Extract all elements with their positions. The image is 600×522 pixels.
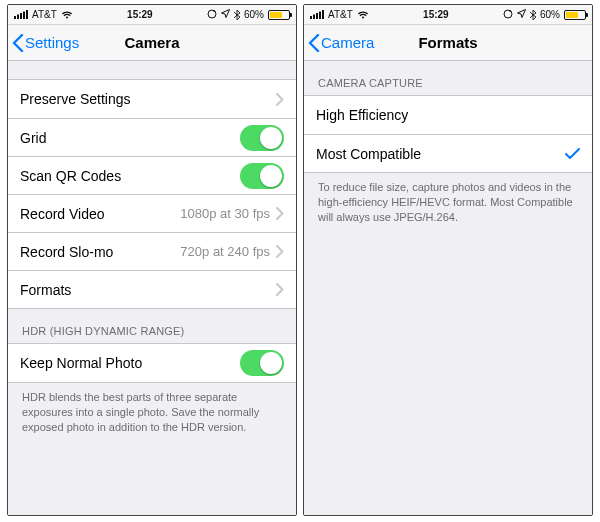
row-label: Record Slo-mo xyxy=(20,244,113,260)
svg-rect-1 xyxy=(17,15,19,20)
settings-list-1: Preserve Settings Grid Scan QR Codes xyxy=(8,79,296,309)
wifi-icon xyxy=(61,10,73,19)
back-label: Settings xyxy=(25,34,79,51)
row-record-video[interactable]: Record Video 1080p at 30 fps xyxy=(8,194,296,232)
camera-capture-header: CAMERA CAPTURE xyxy=(304,61,592,95)
battery-icon xyxy=(268,10,290,20)
chevron-left-icon xyxy=(308,34,320,52)
svg-rect-9 xyxy=(319,12,321,20)
chevron-right-icon xyxy=(276,93,284,106)
nav-bar: Settings Camera xyxy=(8,25,296,61)
qr-toggle[interactable] xyxy=(240,163,284,189)
checkmark-icon xyxy=(565,148,580,160)
clock: 15:29 xyxy=(423,9,449,20)
location-icon xyxy=(517,9,526,20)
row-label: Most Compatible xyxy=(316,146,421,162)
battery-icon xyxy=(564,10,586,20)
keep-normal-toggle[interactable] xyxy=(240,350,284,376)
settings-list-hdr: Keep Normal Photo xyxy=(8,343,296,383)
formats-list: High Efficiency Most Compatible xyxy=(304,95,592,173)
formats-footer: To reduce file size, capture photos and … xyxy=(304,173,592,233)
wifi-icon xyxy=(357,10,369,19)
svg-rect-6 xyxy=(310,16,312,19)
chevron-right-icon xyxy=(276,283,284,296)
back-button[interactable]: Settings xyxy=(12,34,79,52)
svg-rect-2 xyxy=(20,13,22,19)
row-detail: 1080p at 30 fps xyxy=(180,206,270,221)
status-bar: AT&T 15:29 60% xyxy=(304,5,592,25)
row-label: Grid xyxy=(20,130,46,146)
carrier-label: AT&T xyxy=(32,9,57,20)
row-scan-qr: Scan QR Codes xyxy=(8,156,296,194)
row-formats[interactable]: Formats xyxy=(8,270,296,308)
content: Preserve Settings Grid Scan QR Codes xyxy=(8,61,296,515)
row-label: Record Video xyxy=(20,206,105,222)
camera-settings-screen: AT&T 15:29 60% xyxy=(7,4,297,516)
content: CAMERA CAPTURE High Efficiency Most Comp… xyxy=(304,61,592,515)
row-detail: 720p at 240 fps xyxy=(180,244,270,259)
chevron-right-icon xyxy=(276,207,284,220)
row-keep-normal-photo: Keep Normal Photo xyxy=(8,344,296,382)
nav-bar: Camera Formats xyxy=(304,25,592,61)
row-label: Preserve Settings xyxy=(20,91,131,107)
row-preserve-settings[interactable]: Preserve Settings xyxy=(8,80,296,118)
hdr-footer: HDR blends the best parts of three separ… xyxy=(8,383,296,443)
battery-pct: 60% xyxy=(540,9,560,20)
row-label: Keep Normal Photo xyxy=(20,355,142,371)
rotation-lock-icon xyxy=(503,9,513,21)
svg-rect-4 xyxy=(26,10,28,19)
svg-rect-7 xyxy=(313,15,315,20)
row-grid: Grid xyxy=(8,118,296,156)
bluetooth-icon xyxy=(530,10,536,20)
back-button[interactable]: Camera xyxy=(308,34,374,52)
clock: 15:29 xyxy=(127,9,153,20)
row-record-slomo[interactable]: Record Slo-mo 720p at 240 fps xyxy=(8,232,296,270)
svg-rect-8 xyxy=(316,13,318,19)
bluetooth-icon xyxy=(234,10,240,20)
battery-pct: 60% xyxy=(244,9,264,20)
carrier-label: AT&T xyxy=(328,9,353,20)
location-icon xyxy=(221,9,230,20)
rotation-lock-icon xyxy=(207,9,217,21)
row-label: Formats xyxy=(20,282,71,298)
svg-rect-10 xyxy=(322,10,324,19)
row-label: Scan QR Codes xyxy=(20,168,121,184)
back-label: Camera xyxy=(321,34,374,51)
hdr-header: HDR (HIGH DYNAMIC RANGE) xyxy=(8,309,296,343)
grid-toggle[interactable] xyxy=(240,125,284,151)
row-label: High Efficiency xyxy=(316,107,408,123)
signal-icon xyxy=(14,10,28,19)
row-most-compatible[interactable]: Most Compatible xyxy=(304,134,592,172)
status-bar: AT&T 15:29 60% xyxy=(8,5,296,25)
row-high-efficiency[interactable]: High Efficiency xyxy=(304,96,592,134)
signal-icon xyxy=(310,10,324,19)
svg-rect-3 xyxy=(23,12,25,20)
formats-screen: AT&T 15:29 60% xyxy=(303,4,593,516)
svg-rect-0 xyxy=(14,16,16,19)
chevron-left-icon xyxy=(12,34,24,52)
chevron-right-icon xyxy=(276,245,284,258)
